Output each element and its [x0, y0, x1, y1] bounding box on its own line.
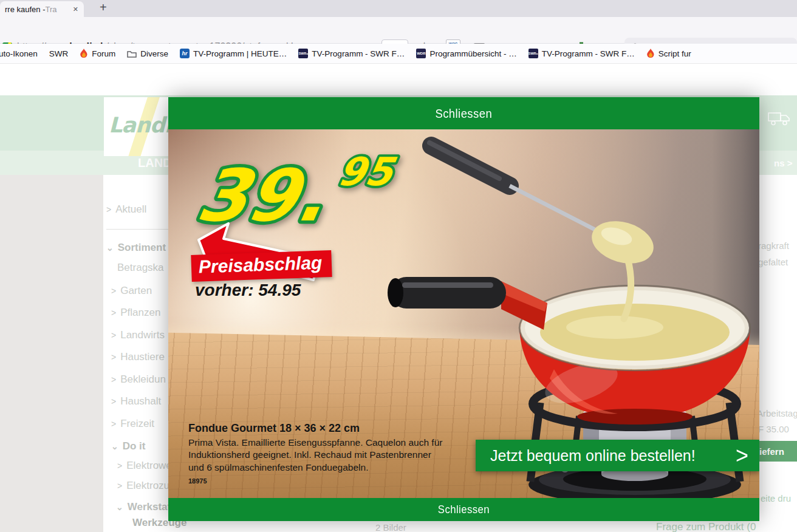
- chevron-right-icon: >: [111, 308, 116, 318]
- logo-wordmark: Landi: [109, 113, 168, 137]
- sidebar-item-freizeit[interactable]: >Freizeit: [111, 418, 154, 430]
- bookmark-item[interactable]: hrTV-Programm | HEUTE…: [180, 49, 287, 58]
- sidebar-item-haushalt[interactable]: >Haushalt: [111, 395, 161, 408]
- bookmark-item[interactable]: SWR: [49, 49, 69, 58]
- sidebar-item-aktuell[interactable]: >Aktuell: [106, 203, 146, 216]
- product-description-line: Prima Vista. Emaillierte Eisengusspfanne…: [188, 437, 468, 449]
- product-info-block: Fondue Gourmet 18 × 36 × 22 cm Prima Vis…: [188, 422, 468, 485]
- sidebar-item-garten[interactable]: >Garten: [111, 285, 152, 297]
- sidebar-item-sortiment[interactable]: ⌄Sortiment: [106, 242, 166, 254]
- bookmark-item[interactable]: Forum: [80, 49, 115, 58]
- print-page-link[interactable]: eite dru: [761, 493, 791, 503]
- sidebar-item-doit[interactable]: ⌄Do it: [111, 440, 146, 452]
- tab-bar: rre kaufen - Tra ✕ +: [0, 0, 797, 17]
- previous-price-label: vorher: 54.95: [195, 281, 301, 300]
- modal-close-bar-bottom[interactable]: Schliessen: [168, 498, 759, 521]
- product-sku: 18975: [188, 477, 468, 485]
- bookmark-item[interactable]: Diverse: [127, 49, 168, 58]
- promo-photo: 39. 95 Preisabschlag vorher: 54.95 Fondu…: [168, 129, 759, 498]
- delivery-fragment-arbeitstag: Arbeitstag: [757, 408, 797, 418]
- bookmark-item[interactable]: uto-Ikonen: [0, 49, 38, 58]
- flame-icon: [646, 49, 655, 58]
- liefern-button[interactable]: iefern: [758, 441, 797, 462]
- tab-title: rre kaufen -: [5, 5, 45, 14]
- chevron-right-icon: >: [117, 461, 122, 471]
- bookmark-item[interactable]: SWR»TV-Programm - SWR F…: [298, 49, 405, 58]
- flame-icon: [80, 49, 88, 58]
- delivery-price-fragment: F 35.00: [758, 424, 789, 434]
- cta-label: Jetzt bequem online bestellen!: [490, 447, 696, 465]
- chevron-right-icon: >: [111, 330, 116, 340]
- price-superscript: 95: [335, 149, 399, 194]
- nav-item-right[interactable]: ns >: [774, 158, 792, 168]
- promo-modal: Schliessen: [168, 97, 759, 521]
- chevron-right-icon: >: [106, 205, 111, 214]
- sidebar-item-werkstatt[interactable]: ⌄Werkstatt: [116, 501, 174, 513]
- tab-close-icon[interactable]: ✕: [71, 4, 80, 15]
- bookmarks-bar: uto-Ikonen SWR Forum Diverse hrTV-Progra…: [0, 44, 797, 64]
- order-online-cta-button[interactable]: Jetzt bequem online bestellen! >: [476, 440, 759, 471]
- spec-fragment-gefaltet: gefaltet: [758, 257, 788, 267]
- product-description-line: Induktionsherd geeignet. Inkl. Rechaud m…: [188, 449, 468, 461]
- sidebar-item-landwirtschaft[interactable]: >Landwirts: [111, 329, 165, 341]
- address-toolbar: https://www.landi.ch/shop/transportgerae…: [0, 17, 797, 44]
- active-tab[interactable]: rre kaufen - Tra ✕: [0, 1, 84, 17]
- product-description-line: und 6 spülmaschinenfesten Fonduegabeln.: [188, 462, 468, 474]
- chevron-down-icon: ⌄: [111, 442, 118, 451]
- gallery-hint-label[interactable]: 2 Bilder: [375, 522, 406, 532]
- nav-item-landi[interactable]: LAND: [138, 156, 172, 170]
- spec-fragment-tragkraft: ragkraft: [758, 240, 789, 251]
- chevron-right-icon: >: [111, 286, 116, 296]
- sidebar-item-betragskarten[interactable]: Betragska: [117, 262, 164, 274]
- chevron-right-icon: >: [117, 481, 122, 491]
- chevron-right-icon: >: [736, 442, 748, 469]
- product-question-link[interactable]: Frage zum Produkt (0: [656, 521, 756, 532]
- sidebar-item-bekleidung[interactable]: >Bekleidun: [111, 373, 166, 386]
- sidebar-item-elektrowerkzeuge[interactable]: >Elektrowe: [117, 460, 172, 472]
- sidebar-divider: [106, 229, 174, 230]
- wdr-icon: WDR: [416, 49, 426, 58]
- sale-badge: Preisabschlag: [191, 250, 332, 282]
- swr-icon: SWR»: [528, 49, 538, 58]
- sidebar-item-pflanzen[interactable]: >Pflanzen: [111, 307, 160, 319]
- product-title: Fondue Gourmet 18 × 36 × 22 cm: [188, 422, 468, 435]
- folder-icon: [127, 50, 137, 58]
- new-tab-button[interactable]: +: [96, 1, 111, 15]
- delivery-truck-icon: [768, 110, 791, 126]
- landi-logo[interactable]: Landi: [104, 97, 168, 156]
- chevron-right-icon: >: [111, 375, 116, 384]
- bookmark-item[interactable]: WDRProgrammübersicht - …: [416, 49, 516, 58]
- tab-title-faded: Tra: [45, 5, 56, 14]
- browser-window: rre kaufen - Tra ✕ + https://www.landi.c…: [0, 0, 797, 532]
- swr-icon: SWR»: [298, 49, 308, 58]
- chevron-right-icon: >: [111, 397, 116, 406]
- hr-icon: hr: [180, 49, 190, 58]
- chevron-right-icon: >: [111, 419, 116, 429]
- chevron-down-icon: ⌄: [116, 502, 123, 512]
- modal-close-bar-top[interactable]: Schliessen: [168, 97, 759, 129]
- sidebar-item-haustiere[interactable]: >Haustiere: [111, 351, 165, 363]
- left-gutter: [0, 175, 103, 532]
- sidebar-item-elektrozubehoer[interactable]: >Elektrozub: [117, 480, 176, 492]
- chevron-right-icon: >: [111, 352, 116, 362]
- delivery-teaser-label: Liefe: [767, 223, 793, 237]
- chevron-down-icon: ⌄: [106, 243, 114, 253]
- bookmark-item[interactable]: SWR»TV-Programm - SWR F…: [528, 49, 635, 58]
- bookmark-item[interactable]: Script fur: [646, 49, 691, 58]
- site-header-row: Meinen LANDI Laden wählen Kontakt DE | F…: [0, 64, 797, 95]
